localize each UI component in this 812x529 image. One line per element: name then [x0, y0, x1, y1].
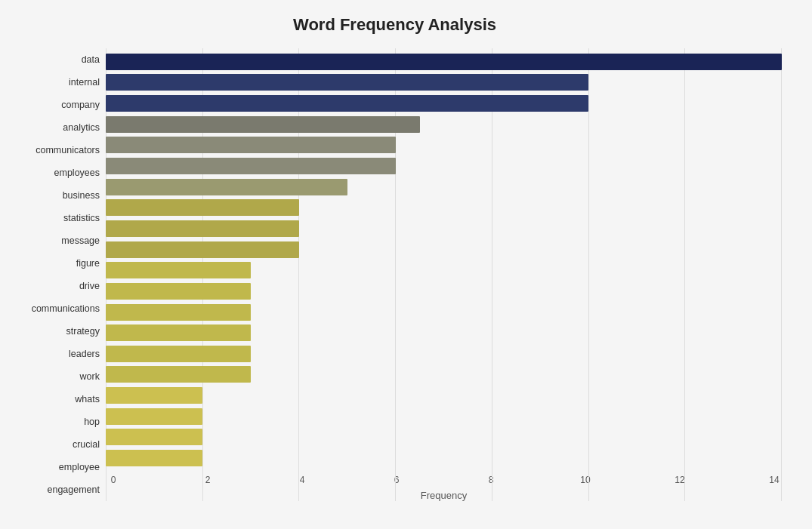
- y-label: work: [8, 366, 100, 387]
- bar: [106, 408, 202, 425]
- y-label: employees: [8, 162, 100, 183]
- bar: [106, 199, 299, 216]
- y-label: communicators: [8, 140, 100, 161]
- x-axis: 02468101214: [106, 475, 782, 485]
- x-axis-label: Frequency: [106, 490, 782, 501]
- x-tick: 14: [767, 475, 782, 485]
- bar-row: [106, 448, 782, 468]
- bar-row: [106, 386, 782, 405]
- y-label: strategy: [8, 321, 100, 342]
- bar: [106, 137, 396, 153]
- y-label: company: [8, 94, 100, 115]
- y-label: drive: [8, 275, 100, 297]
- bars-and-grid: 02468101214 Frequency: [106, 48, 782, 501]
- x-tick: 10: [578, 475, 593, 485]
- bar: [106, 429, 202, 445]
- y-label: message: [8, 230, 100, 251]
- x-tick: 4: [295, 475, 310, 485]
- bar-row: [106, 156, 782, 176]
- bar-row: [106, 219, 782, 238]
- bar: [106, 262, 251, 278]
- y-label: employee: [8, 457, 100, 478]
- bar: [106, 387, 202, 404]
- bar-row: [106, 427, 782, 447]
- y-label: data: [8, 49, 100, 70]
- bar: [106, 220, 299, 237]
- y-label: leaders: [8, 343, 100, 364]
- chart-area: datainternalcompanyanalyticscommunicator…: [8, 48, 782, 501]
- bar-row: [106, 303, 782, 322]
- bar: [106, 241, 299, 258]
- bar-row: [106, 177, 782, 197]
- bar: [106, 304, 251, 321]
- x-tick: 8: [483, 475, 499, 485]
- bar: [106, 179, 347, 195]
- chart-container: Word Frequency Analysis datainternalcomp…: [0, 0, 812, 529]
- bar-row: [106, 364, 782, 384]
- bar: [106, 366, 251, 383]
- y-label: hop: [8, 411, 100, 432]
- x-tick: 2: [200, 475, 215, 485]
- y-label: figure: [8, 253, 100, 274]
- bar: [106, 116, 420, 133]
- y-label: business: [8, 185, 100, 206]
- bar: [106, 54, 782, 70]
- y-label: analytics: [8, 117, 100, 138]
- x-tick: 12: [672, 475, 687, 485]
- bar-row: [106, 115, 782, 134]
- y-label: crucial: [8, 434, 100, 455]
- bar-row: [106, 344, 782, 364]
- y-label: internal: [8, 72, 100, 93]
- bar-row: [106, 323, 782, 343]
- bar-row: [106, 94, 782, 113]
- y-axis-labels: datainternalcompanyanalyticscommunicator…: [8, 48, 106, 501]
- y-label: statistics: [8, 208, 100, 229]
- bar: [106, 324, 251, 341]
- bar-row: [106, 240, 782, 260]
- bar-row: [106, 260, 782, 280]
- chart-title: Word Frequency Analysis: [8, 15, 782, 35]
- bars-container: [106, 48, 782, 472]
- y-label: whats: [8, 389, 100, 410]
- y-label: engagement: [8, 479, 100, 500]
- bar: [106, 74, 588, 91]
- bar-row: [106, 52, 782, 72]
- bar-row: [106, 407, 782, 426]
- bar-row: [106, 72, 782, 92]
- bar: [106, 450, 202, 466]
- y-label: communications: [8, 298, 100, 319]
- bar-row: [106, 135, 782, 155]
- bar: [106, 283, 251, 300]
- x-tick: 6: [389, 475, 404, 485]
- bar-row: [106, 281, 782, 301]
- bar: [106, 158, 396, 174]
- bar-row: [106, 198, 782, 217]
- bar: [106, 346, 251, 362]
- x-tick: 0: [106, 475, 121, 485]
- bar: [106, 95, 588, 112]
